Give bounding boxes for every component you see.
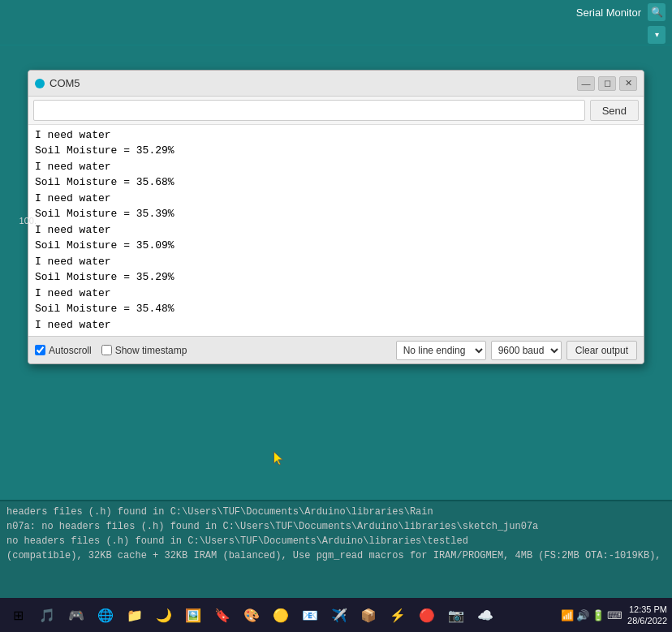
taskbar-icon-0[interactable]: ⊞ xyxy=(5,602,31,628)
timestamp-label[interactable]: Show timestamp xyxy=(101,345,187,356)
output-line: I need water xyxy=(35,127,637,144)
dropdown-button[interactable]: ▾ xyxy=(648,26,666,44)
taskbar-icon-3[interactable]: 🌐 xyxy=(93,602,118,628)
maximize-button[interactable]: ◻ xyxy=(598,76,616,91)
taskbar-icon-5[interactable]: 🌙 xyxy=(151,602,177,628)
window-titlebar: COM5 — ◻ ✕ xyxy=(28,71,644,97)
output-line: I need water xyxy=(35,317,637,333)
titlebar-left: COM5 xyxy=(35,77,80,89)
taskbar-icon-2[interactable]: 🎮 xyxy=(63,602,89,628)
window-title: COM5 xyxy=(50,77,80,89)
sound-icon: 🔊 xyxy=(576,609,589,621)
autoscroll-text: Autoscroll xyxy=(49,345,92,356)
output-line: Soil Moisture = 35.29% xyxy=(35,269,637,286)
network-icon: 📶 xyxy=(561,609,574,621)
timestamp-checkbox[interactable] xyxy=(101,345,112,355)
output-line: I need water xyxy=(35,159,637,175)
output-line: Soil Moisture = 35.68% xyxy=(35,174,637,191)
output-line: I need water xyxy=(35,222,637,239)
close-button[interactable]: ✕ xyxy=(619,76,637,91)
console-line: no headers files (.h) found in C:\Users\… xyxy=(6,534,666,548)
serial-monitor-window: COM5 — ◻ ✕ Send Soil Moisture = 35.1%I n… xyxy=(28,70,644,364)
taskbar-date: 28/6/2022 xyxy=(627,615,667,626)
taskbar-icon-11[interactable]: ✈️ xyxy=(326,602,352,628)
taskbar-icon-16[interactable]: ☁️ xyxy=(472,602,498,628)
taskbar-icon-15[interactable]: 📷 xyxy=(443,602,469,628)
console-area: headers files (.h) found in C:\Users\TUF… xyxy=(0,500,672,605)
taskbar-time: 12:35 PM xyxy=(627,604,667,615)
search-icon[interactable]: 🔍 xyxy=(648,3,666,21)
serial-input[interactable] xyxy=(33,100,585,121)
timestamp-text: Show timestamp xyxy=(115,345,187,356)
bottom-left: Autoscroll Show timestamp xyxy=(35,345,187,356)
taskbar-icon-9[interactable]: 🟡 xyxy=(268,602,294,628)
battery-icon: 🔋 xyxy=(592,609,605,621)
console-line: (compatible), 32KB cache + 32KB IRAM (ba… xyxy=(6,548,666,563)
output-line: I need water xyxy=(35,286,637,302)
output-line: I need water xyxy=(35,191,637,207)
taskbar-icon-8[interactable]: 🎨 xyxy=(239,602,265,628)
secondary-bar: ▾ xyxy=(0,24,672,45)
taskbar-icon-7[interactable]: 🔖 xyxy=(209,602,235,628)
console-line: n07a: no headers files (.h) found in C:\… xyxy=(6,519,666,534)
ruler: 100. xyxy=(0,45,37,411)
serial-monitor-title: Serial Monitor xyxy=(576,6,641,19)
input-row: Send xyxy=(28,97,644,125)
taskbar-icon-4[interactable]: 📁 xyxy=(122,602,148,628)
taskbar-sys-icons: 📶 🔊 🔋 ⌨ xyxy=(561,609,622,621)
taskbar-icon-12[interactable]: 📦 xyxy=(355,602,381,628)
taskbar-icon-13[interactable]: ⚡ xyxy=(385,602,411,628)
taskbar-icons: ⊞🎵🎮🌐📁🌙🖼️🔖🎨🟡📧✈️📦⚡🔴📷☁️ xyxy=(5,602,498,628)
baud-rate-select[interactable]: 300 1200 2400 4800 9600 baud 19200 38400… xyxy=(491,341,562,360)
bottom-right: No line ending Newline Carriage return B… xyxy=(396,341,637,360)
taskbar-icon-10[interactable]: 📧 xyxy=(297,602,323,628)
ruler-value: 100. xyxy=(19,216,37,226)
taskbar-icon-14[interactable]: 🔴 xyxy=(414,602,440,628)
taskbar-icon-1[interactable]: 🎵 xyxy=(34,602,60,628)
autoscroll-label[interactable]: Autoscroll xyxy=(35,345,92,356)
output-line: Soil Moisture = 35.39% xyxy=(35,206,637,222)
taskbar-right: 📶 🔊 🔋 ⌨ 12:35 PM 28/6/2022 xyxy=(561,604,667,627)
serial-output[interactable]: Soil Moisture = 35.1%I need waterSoil Mo… xyxy=(28,125,644,336)
taskbar-icon-6[interactable]: 🖼️ xyxy=(180,602,206,628)
top-bar: Serial Monitor 🔍 xyxy=(0,0,672,24)
bottom-controls: Autoscroll Show timestamp No line ending… xyxy=(28,336,644,363)
output-line: I need water xyxy=(35,254,637,270)
send-button[interactable]: Send xyxy=(590,100,639,121)
output-line: Soil Moisture = 35.29% xyxy=(35,143,637,159)
window-controls: — ◻ ✕ xyxy=(577,76,637,91)
minimize-button[interactable]: — xyxy=(577,76,595,91)
console-line: headers files (.h) found in C:\Users\TUF… xyxy=(6,505,666,519)
output-line: Soil Moisture = 35.48% xyxy=(35,301,637,317)
keyboard-icon: ⌨ xyxy=(607,609,622,621)
output-line: Soil Moisture = 35.09% xyxy=(35,238,637,254)
main-area: 100. COM5 — ◻ ✕ Send Soil Moisture = 35.… xyxy=(0,45,672,500)
clear-output-button[interactable]: Clear output xyxy=(566,341,637,360)
taskbar-time-date: 12:35 PM 28/6/2022 xyxy=(627,604,667,627)
taskbar: ⊞🎵🎮🌐📁🌙🖼️🔖🎨🟡📧✈️📦⚡🔴📷☁️ 📶 🔊 🔋 ⌨ 12:35 PM 28… xyxy=(0,598,672,632)
line-ending-select[interactable]: No line ending Newline Carriage return B… xyxy=(396,341,486,360)
